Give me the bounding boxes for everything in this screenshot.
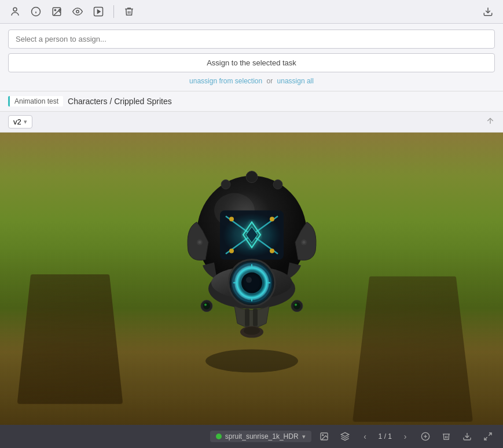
svg-line-61 xyxy=(489,433,491,436)
svg-point-56 xyxy=(322,435,323,436)
prev-button[interactable]: ‹ xyxy=(358,429,373,444)
svg-point-42 xyxy=(203,302,210,309)
svg-point-40 xyxy=(244,326,260,335)
svg-rect-37 xyxy=(245,309,249,326)
upload-icon[interactable] xyxy=(486,116,495,128)
trash-icon[interactable] xyxy=(121,3,137,20)
breadcrumb-bar: Animation test Characters / Crippled Spr… xyxy=(0,91,503,112)
hdri-dot xyxy=(216,434,222,439)
svg-rect-38 xyxy=(253,309,258,326)
unassign-all-link[interactable]: unassign all xyxy=(277,77,314,85)
hdri-selector[interactable]: spruit_sunrise_1k_HDR ▾ xyxy=(210,431,311,442)
eye-icon[interactable] xyxy=(69,3,86,20)
svg-point-32 xyxy=(246,277,252,282)
svg-point-43 xyxy=(204,303,207,306)
robot-svg xyxy=(159,152,344,395)
svg-point-49 xyxy=(246,171,258,182)
svg-point-45 xyxy=(293,302,300,309)
breadcrumb-path: Characters / Crippled Sprites xyxy=(68,97,172,106)
nav-controls: ‹ 1 / 1 › xyxy=(358,429,413,444)
version-select[interactable]: v2 ▾ xyxy=(8,115,32,128)
image-container xyxy=(0,133,503,425)
svg-point-53 xyxy=(302,241,305,244)
svg-point-8 xyxy=(76,10,79,13)
svg-point-21 xyxy=(270,216,274,221)
play-icon[interactable] xyxy=(90,3,107,20)
toolbar xyxy=(0,0,503,24)
svg-point-0 xyxy=(13,8,17,11)
toolbar-divider xyxy=(113,5,114,18)
chevron-down-icon: ▾ xyxy=(24,118,27,126)
robot-scene xyxy=(0,133,503,425)
assign-area: Assign to the selected task unassign fro… xyxy=(0,24,503,91)
info-icon[interactable] xyxy=(28,3,44,20)
svg-point-22 xyxy=(229,248,234,253)
add-icon[interactable] xyxy=(417,428,434,445)
person-icon[interactable] xyxy=(7,3,23,20)
delete-icon[interactable] xyxy=(438,428,454,445)
hdri-name: spruit_sunrise_1k_HDR xyxy=(225,432,299,440)
assign-button[interactable]: Assign to the selected task xyxy=(8,53,495,72)
download-icon[interactable] xyxy=(459,428,475,445)
svg-line-62 xyxy=(484,437,487,440)
svg-marker-10 xyxy=(98,10,101,13)
image-add-icon[interactable] xyxy=(49,3,65,20)
image-view-icon[interactable] xyxy=(316,428,332,445)
svg-point-31 xyxy=(244,274,260,291)
or-text: or xyxy=(267,77,273,85)
unassign-from-selection-link[interactable]: unassign from selection xyxy=(189,77,262,85)
version-label: v2 xyxy=(13,117,21,126)
download-icon[interactable] xyxy=(480,3,496,20)
fullscreen-icon[interactable] xyxy=(480,428,496,445)
3d-view-icon[interactable] xyxy=(337,428,353,445)
svg-point-23 xyxy=(270,248,274,253)
person-assign-input[interactable] xyxy=(8,30,495,49)
version-bar: v2 ▾ xyxy=(0,112,503,133)
svg-point-47 xyxy=(221,179,230,189)
status-bar: spruit_sunrise_1k_HDR ▾ ‹ 1 / 1 › xyxy=(0,425,503,448)
page-indicator: 1 / 1 xyxy=(375,432,395,440)
svg-point-20 xyxy=(229,216,234,221)
next-button[interactable]: › xyxy=(398,429,413,444)
svg-point-48 xyxy=(273,179,282,189)
svg-point-51 xyxy=(198,241,201,244)
assign-links: unassign from selection or unassign all xyxy=(8,77,495,85)
svg-point-5 xyxy=(54,9,56,10)
chevron-down-icon: ▾ xyxy=(302,433,306,440)
svg-point-46 xyxy=(295,303,297,306)
svg-point-54 xyxy=(205,349,298,372)
breadcrumb-tag: Animation test xyxy=(8,96,63,107)
